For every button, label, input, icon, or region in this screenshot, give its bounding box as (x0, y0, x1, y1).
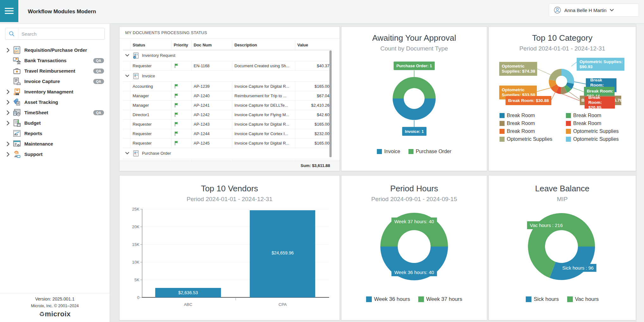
table-row[interactable]: Director1AP-1242Invoice Capture for Flyi… (123, 110, 332, 119)
chevron-right-icon[interactable] (4, 121, 12, 126)
legend-item[interactable]: Break Room (566, 113, 632, 118)
cell-doc-num: AP-1245 (191, 138, 232, 148)
priority-flag-icon (171, 119, 191, 129)
legend-label: Vac hours (575, 296, 599, 302)
legend-item[interactable]: Sick hours (526, 296, 559, 302)
donut-slice-purchase-order[interactable] (393, 77, 436, 98)
sidebar-item-inventory-managment[interactable]: Inventory Managment (0, 86, 110, 97)
group-row-invoice[interactable]: Invoice (123, 70, 332, 81)
support-icon (12, 150, 21, 159)
sidebar-item-label: Maintenance (24, 141, 53, 146)
y-tick: 0 (127, 295, 139, 300)
donut-slice-sick-hours[interactable] (549, 247, 595, 280)
legend-swatch (500, 113, 505, 118)
table-row[interactable]: RequesterAP-1245Invoice Capture for Digi… (123, 138, 332, 148)
legend-label: Break Room (507, 121, 535, 126)
chevron-down-icon[interactable] (123, 50, 130, 61)
legend-item[interactable]: Break Room (500, 128, 566, 134)
slice-label-vac: Vac hours : 216 (527, 221, 566, 229)
chart-legend: InvoicePurchase Order (341, 149, 487, 154)
callout-breakroom-30: Break Room: $30.88 (506, 96, 551, 105)
sidebar-search (5, 28, 105, 40)
legend-item[interactable]: Vac hours (567, 296, 599, 302)
table-row[interactable]: RequesterAP-1244Invoice Capture for Cort… (123, 129, 332, 138)
cell-doc-num: AP-1239 (191, 81, 232, 91)
column-header-description[interactable]: Description (232, 40, 295, 50)
legend-item[interactable]: Break Room (566, 121, 632, 126)
table-row[interactable]: RequesterAP-1243Invoice Capture for Digi… (123, 119, 332, 129)
app-header: Workflow Modules Modern Anna Belle H Mar… (0, 0, 644, 24)
sidebar-item-asset-tracking[interactable]: Asset Tracking (0, 97, 110, 107)
table-row[interactable]: AccountingAP-1239Invoice Capture for Dig… (123, 81, 332, 91)
table-scrollbar[interactable] (329, 51, 332, 157)
legend-item[interactable]: Purchase Order (408, 149, 451, 154)
legend-item[interactable]: Optometric Supplies (566, 128, 632, 134)
legend-label: Week 36 hours (374, 296, 410, 302)
row-indent (123, 81, 130, 91)
category-label: ABC (184, 302, 193, 307)
chevron-right-icon[interactable] (4, 141, 12, 146)
page-scrollbar-gutter[interactable] (636, 24, 644, 322)
legend-item[interactable]: Optometric Supplies (566, 136, 632, 142)
search-input[interactable] (18, 31, 104, 37)
cell-status: Requester (130, 138, 171, 148)
sidebar-item-travel-reimbursement[interactable]: Travel ReimbursementQA (0, 66, 110, 76)
group-row-inventory-request[interactable]: Inventory Request (123, 50, 332, 61)
column-header-priority[interactable]: Priority (171, 40, 191, 50)
table-row[interactable]: ManagerAP-1241Invoice Capture for DELLTe… (123, 100, 332, 110)
cell-doc-num: EN-1168 (191, 61, 232, 70)
cell-status: Requester (130, 129, 171, 138)
chevron-down-icon (610, 9, 614, 12)
user-menu[interactable]: Anna Belle H Martin (549, 3, 639, 17)
donut-slice-optometric-supplies[interactable] (561, 69, 574, 84)
chevron-down-icon[interactable] (123, 70, 130, 81)
cell-doc-num: AP-1244 (191, 129, 232, 138)
legend-item[interactable]: Week 36 hours (366, 296, 410, 302)
sidebar-item-maintenance[interactable]: Maintenance (0, 139, 110, 149)
column-header-value[interactable]: Value (295, 40, 332, 50)
table-row[interactable]: ManagerAP-1240Reimbursement for Trip to … (123, 91, 332, 100)
donut-slice-optometric-supplies[interactable] (549, 69, 561, 81)
table-row[interactable]: RequesterEN-1168Document Created using S… (123, 61, 332, 70)
chevron-right-icon[interactable] (4, 89, 12, 94)
callout-invoice: Invoice: 1 (402, 127, 426, 136)
chevron-down-icon[interactable] (123, 148, 130, 159)
donut-slice-invoice[interactable] (393, 98, 436, 120)
sidebar-item-bank-transactions[interactable]: Bank TransactionsQA (0, 55, 110, 66)
chevron-right-icon[interactable] (4, 100, 12, 105)
sidebar-item-label: Requisition/Purchase Order (24, 47, 87, 53)
sidebar-item-timesheet[interactable]: TimeSheetQA (0, 107, 110, 118)
hamburger-menu-button[interactable] (0, 0, 18, 22)
column-header-status[interactable]: Status (130, 40, 171, 50)
sidebar-item-requisition-purchase-order[interactable]: Requisition/Purchase Order (0, 45, 110, 55)
sidebar-item-support[interactable]: Support (0, 149, 110, 159)
maintenance-icon (12, 140, 21, 148)
cell-value: $40.37 (295, 61, 332, 70)
invoice-scan-icon (12, 77, 21, 86)
microix-logo: ♻microix (0, 310, 110, 318)
legend-item[interactable]: Week 37 hours (418, 296, 462, 302)
chevron-right-icon[interactable] (4, 152, 12, 157)
chevron-right-icon[interactable] (4, 110, 12, 115)
top10-vendors-card: Top 10 Vendors Period 2024-01-01 - 2024-… (119, 175, 340, 320)
legend-item[interactable]: Optometric Supplies (500, 136, 566, 142)
sidebar-item-invoice-capture[interactable]: Invoice CaptureQA (0, 76, 110, 86)
sidebar-item-label: Asset Tracking (24, 99, 58, 105)
copyright-text: Microix, Inc. © 2001–2024 (0, 303, 110, 308)
column-header-doc-num[interactable]: Doc Num (191, 40, 232, 50)
legend-item[interactable]: Invoice (377, 149, 400, 154)
row-indent (123, 129, 130, 138)
chart-title: Top 10 Vendors (120, 184, 340, 194)
chevron-right-icon[interactable] (4, 48, 12, 53)
vendors-bar-plot[interactable]: 0 5K 10K 15K 20K 25K $2,636.53 $24,659.9… (142, 209, 329, 297)
cell-status: Requester (130, 119, 171, 129)
group-row-purchase-order[interactable]: Purchase Order (123, 148, 332, 159)
legend-item[interactable]: Break Room (500, 113, 566, 118)
sidebar-item-reports[interactable]: Reports (0, 128, 110, 139)
sidebar-item-label: Inventory Managment (24, 89, 73, 94)
hamburger-bar (5, 13, 14, 14)
sum-label: Sum: $3,611.88 (301, 163, 330, 168)
sidebar-item-budget[interactable]: Budget (0, 118, 110, 128)
group-name: Inventory Request (142, 53, 175, 58)
legend-item[interactable]: Break Room (500, 121, 566, 126)
